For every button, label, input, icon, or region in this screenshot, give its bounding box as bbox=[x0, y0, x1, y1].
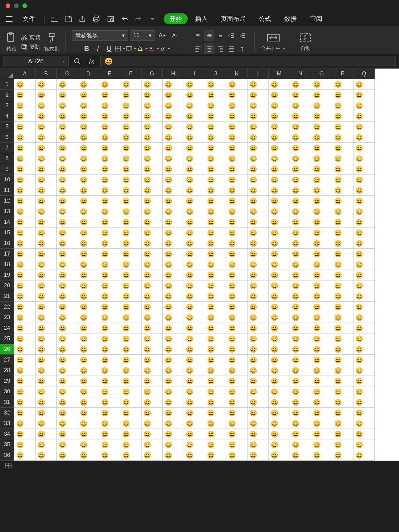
cell[interactable]: 😄 bbox=[142, 291, 163, 302]
cell[interactable]: 😄 bbox=[99, 408, 120, 418]
cell[interactable]: 😄 bbox=[14, 355, 36, 365]
cell[interactable]: 😄 bbox=[311, 376, 332, 386]
cell[interactable]: 😄 bbox=[120, 344, 142, 355]
cell[interactable]: 😄 bbox=[184, 238, 205, 249]
copy-button[interactable]: 复制 bbox=[20, 43, 42, 50]
cell[interactable]: 😄 bbox=[248, 100, 269, 111]
cell[interactable]: 😄 bbox=[78, 185, 99, 196]
cell[interactable]: 😄 bbox=[57, 312, 78, 323]
cell[interactable]: 😄 bbox=[311, 206, 332, 217]
cell[interactable]: 😄 bbox=[99, 418, 120, 429]
cell[interactable]: 😄 bbox=[269, 333, 290, 344]
cell[interactable]: 😄 bbox=[269, 302, 290, 312]
cell[interactable]: 😄 bbox=[226, 259, 248, 270]
cell[interactable]: 😄 bbox=[14, 175, 36, 185]
cell[interactable]: 😄 bbox=[142, 79, 163, 90]
bold-icon[interactable]: B bbox=[81, 43, 92, 54]
cell[interactable]: 😄 bbox=[163, 450, 184, 461]
cell[interactable]: 😄 bbox=[311, 270, 332, 280]
cell[interactable]: 😄 bbox=[226, 439, 248, 450]
tab-review[interactable]: 审阅 bbox=[304, 13, 328, 24]
cell[interactable]: 😄 bbox=[353, 439, 375, 450]
cell[interactable]: 😄 bbox=[57, 376, 78, 386]
cell[interactable]: 😄 bbox=[78, 365, 99, 376]
cell[interactable]: 😄 bbox=[142, 344, 163, 355]
cell[interactable]: 😄 bbox=[248, 175, 269, 185]
cell[interactable]: 😄 bbox=[120, 249, 142, 259]
column-header[interactable]: D bbox=[78, 69, 99, 79]
cell[interactable]: 😄 bbox=[269, 217, 290, 228]
cell[interactable]: 😄 bbox=[163, 429, 184, 439]
cell[interactable]: 😄 bbox=[269, 175, 290, 185]
cell[interactable]: 😄 bbox=[99, 259, 120, 270]
cell[interactable]: 😄 bbox=[290, 175, 311, 185]
cell[interactable]: 😄 bbox=[269, 259, 290, 270]
cell[interactable]: 😄 bbox=[163, 280, 184, 291]
cell[interactable]: 😄 bbox=[99, 365, 120, 376]
cell[interactable]: 😄 bbox=[36, 291, 57, 302]
cell[interactable]: 😄 bbox=[290, 450, 311, 461]
cell[interactable]: 😄 bbox=[311, 90, 332, 100]
cell[interactable]: 😄 bbox=[290, 228, 311, 238]
cell[interactable]: 😄 bbox=[184, 79, 205, 90]
row-header[interactable]: 35 bbox=[0, 439, 14, 450]
cell[interactable]: 😄 bbox=[353, 355, 375, 365]
cell[interactable]: 😄 bbox=[353, 259, 375, 270]
cell[interactable]: 😄 bbox=[142, 100, 163, 111]
cell[interactable]: 😄 bbox=[14, 408, 36, 418]
row-header[interactable]: 24 bbox=[0, 323, 14, 333]
cell[interactable]: 😄 bbox=[36, 408, 57, 418]
cell[interactable]: 😄 bbox=[353, 344, 375, 355]
cell[interactable]: 😄 bbox=[78, 196, 99, 206]
cell[interactable]: 😄 bbox=[248, 185, 269, 196]
cell[interactable]: 😄 bbox=[78, 259, 99, 270]
cell[interactable]: 😄 bbox=[78, 291, 99, 302]
cell[interactable]: 😄 bbox=[99, 355, 120, 365]
cell[interactable]: 😄 bbox=[184, 312, 205, 323]
cell[interactable]: 😄 bbox=[142, 175, 163, 185]
cell[interactable]: 😄 bbox=[57, 122, 78, 132]
cell[interactable]: 😄 bbox=[184, 386, 205, 397]
tab-formulas[interactable]: 公式 bbox=[253, 13, 277, 24]
cell[interactable]: 😄 bbox=[332, 143, 353, 153]
cell[interactable]: 😄 bbox=[290, 249, 311, 259]
cell[interactable]: 😄 bbox=[142, 259, 163, 270]
cell[interactable]: 😄 bbox=[311, 302, 332, 312]
cell[interactable]: 😄 bbox=[120, 270, 142, 280]
cell[interactable]: 😄 bbox=[205, 323, 226, 333]
cell[interactable]: 😄 bbox=[78, 164, 99, 175]
cell[interactable]: 😄 bbox=[142, 397, 163, 408]
cell[interactable]: 😄 bbox=[205, 100, 226, 111]
cell[interactable]: 😄 bbox=[332, 397, 353, 408]
cell[interactable]: 😄 bbox=[205, 132, 226, 143]
cell[interactable]: 😄 bbox=[269, 386, 290, 397]
cell[interactable]: 😄 bbox=[120, 355, 142, 365]
cell[interactable]: 😄 bbox=[163, 143, 184, 153]
cell[interactable]: 😄 bbox=[99, 386, 120, 397]
cell[interactable]: 😄 bbox=[226, 365, 248, 376]
align-middle-icon[interactable] bbox=[204, 30, 214, 41]
redo-icon[interactable] bbox=[132, 15, 144, 23]
cell[interactable]: 😄 bbox=[57, 355, 78, 365]
cell[interactable]: 😄 bbox=[142, 270, 163, 280]
cell[interactable]: 😄 bbox=[311, 355, 332, 365]
cell[interactable]: 😄 bbox=[99, 238, 120, 249]
cell[interactable]: 😄 bbox=[290, 376, 311, 386]
cell[interactable]: 😄 bbox=[99, 206, 120, 217]
cell[interactable]: 😄 bbox=[14, 302, 36, 312]
cell[interactable]: 😄 bbox=[332, 429, 353, 439]
cell[interactable]: 😄 bbox=[120, 365, 142, 376]
cell[interactable]: 😄 bbox=[99, 143, 120, 153]
align-bottom-icon[interactable] bbox=[215, 30, 226, 41]
cell[interactable]: 😄 bbox=[99, 175, 120, 185]
share-icon[interactable] bbox=[76, 14, 88, 24]
cell[interactable]: 😄 bbox=[14, 206, 36, 217]
cell[interactable]: 😄 bbox=[120, 291, 142, 302]
cell[interactable]: 😄 bbox=[290, 90, 311, 100]
cell[interactable]: 😄 bbox=[248, 291, 269, 302]
cell[interactable]: 😄 bbox=[205, 280, 226, 291]
cell[interactable]: 😄 bbox=[353, 153, 375, 164]
tab-data[interactable]: 数据 bbox=[279, 13, 302, 24]
cell[interactable]: 😄 bbox=[184, 111, 205, 122]
cell[interactable]: 😄 bbox=[226, 249, 248, 259]
